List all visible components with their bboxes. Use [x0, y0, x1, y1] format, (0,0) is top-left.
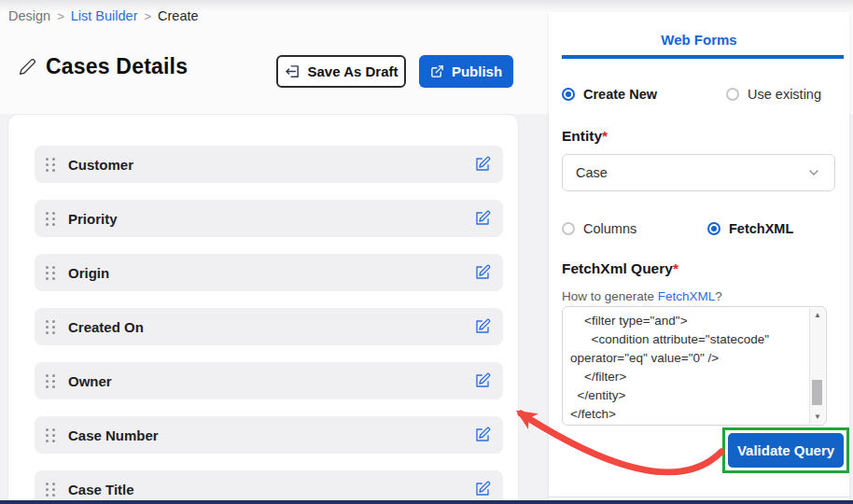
scroll-down-icon[interactable]: ▼ [810, 413, 825, 421]
required-asterisk: * [602, 128, 608, 144]
entity-select[interactable]: Case [562, 154, 835, 191]
radio-selected-icon[interactable] [562, 88, 575, 101]
field-label: Case Title [68, 482, 473, 497]
entity-label-text: Entity [562, 128, 602, 144]
field-label: Priority [68, 211, 473, 227]
fetchxml-query-label: FetchXml Query* [562, 260, 678, 277]
pencil-square-icon[interactable] [473, 480, 492, 498]
web-forms-panel: Web Forms Create New Use existing Entity… [549, 12, 849, 504]
breadcrumb-list-builder[interactable]: List Builder [71, 8, 138, 23]
fetchxml-query-textarea[interactable]: <filter type="and"> <condition attribute… [562, 306, 827, 426]
radio-use-existing-label: Use existing [748, 87, 821, 102]
field-row-owner[interactable]: Owner [35, 362, 503, 399]
field-row-origin[interactable]: Origin [35, 254, 503, 291]
radio-columns[interactable]: Columns [562, 221, 636, 236]
radio-create-new[interactable]: Create New [562, 87, 657, 102]
required-asterisk: * [673, 260, 678, 276]
drag-handle-icon[interactable] [46, 212, 55, 226]
pencil-square-icon[interactable] [473, 155, 492, 174]
pencil-square-icon[interactable] [473, 209, 492, 228]
panel-divider [549, 497, 849, 497]
drag-handle-icon[interactable] [46, 374, 55, 388]
drag-handle-icon[interactable] [46, 266, 55, 280]
query-mode-radio-group: Columns FetchXML [549, 221, 849, 240]
field-label: Created On [68, 319, 473, 335]
chevron-down-icon [806, 165, 821, 180]
save-as-draft-button[interactable]: Save As Draft [276, 55, 406, 88]
breadcrumb: Design > List Builder > Create [8, 8, 199, 23]
tab-web-forms[interactable]: Web Forms [549, 32, 849, 48]
publish-label: Publish [452, 63, 502, 79]
page-header: Cases Details [19, 54, 188, 79]
radio-selected-icon[interactable] [707, 222, 720, 235]
save-as-draft-label: Save As Draft [308, 63, 399, 79]
field-row-case-title[interactable]: Case Title [35, 470, 503, 504]
drag-handle-icon[interactable] [46, 320, 55, 334]
fetchxml-query-label-text: FetchXml Query [562, 260, 673, 276]
pencil-icon[interactable] [19, 58, 36, 76]
fetchxml-help-link[interactable]: FetchXML [658, 289, 716, 303]
field-label: Origin [68, 265, 473, 281]
field-row-customer[interactable]: Customer [35, 146, 503, 183]
drag-handle-icon[interactable] [46, 158, 55, 172]
pencil-square-icon[interactable] [473, 317, 492, 336]
field-label: Case Number [68, 427, 473, 443]
breadcrumb-create: Create [158, 8, 199, 23]
field-row-created-on[interactable]: Created On [35, 308, 503, 345]
fetchxml-help-line: How to generate FetchXML? [562, 289, 722, 303]
field-label: Customer [68, 157, 473, 173]
validate-query-button[interactable]: Validate Query [728, 433, 844, 468]
field-row-priority[interactable]: Priority [35, 200, 503, 237]
drag-handle-icon[interactable] [46, 428, 55, 442]
green-highlight-annotation: Validate Query [722, 427, 849, 473]
field-label: Owner [68, 373, 473, 389]
radio-columns-label: Columns [583, 221, 636, 236]
breadcrumb-design[interactable]: Design [8, 8, 50, 23]
breadcrumb-separator-icon: > [57, 9, 64, 23]
help-prefix: How to generate [562, 289, 658, 303]
field-list-card: Customer Priority Origin Created On Owne… [7, 114, 519, 504]
radio-fetchxml-label: FetchXML [729, 221, 793, 236]
radio-unselected-icon[interactable] [726, 88, 739, 101]
publish-button[interactable]: Publish [419, 55, 513, 88]
breadcrumb-separator-icon: > [144, 9, 151, 23]
radio-use-existing[interactable]: Use existing [726, 87, 821, 102]
pencil-square-icon[interactable] [473, 263, 492, 282]
tab-active-underline [562, 55, 844, 59]
pencil-square-icon[interactable] [473, 426, 492, 444]
radio-fetchxml[interactable]: FetchXML [707, 221, 793, 236]
help-suffix: ? [715, 289, 722, 303]
textarea-scrollbar[interactable]: ▲ ▼ [809, 308, 825, 424]
radio-unselected-icon[interactable] [562, 222, 575, 235]
scroll-up-icon[interactable]: ▲ [810, 311, 825, 319]
entity-select-value: Case [576, 165, 608, 180]
page-title: Cases Details [46, 54, 188, 79]
pencil-square-icon[interactable] [473, 371, 492, 390]
field-row-case-number[interactable]: Case Number [35, 416, 503, 454]
drag-handle-icon[interactable] [46, 483, 55, 497]
bottom-window-edge [0, 500, 853, 504]
external-link-icon [430, 64, 444, 78]
box-arrow-in-left-icon [285, 63, 301, 79]
radio-create-new-label: Create New [583, 87, 657, 102]
scrollbar-thumb[interactable] [812, 380, 822, 405]
entity-label: Entity* [562, 128, 608, 145]
form-source-radio-group: Create New Use existing [549, 87, 849, 105]
fetchxml-code[interactable]: <filter type="and"> <condition attribute… [563, 307, 826, 426]
